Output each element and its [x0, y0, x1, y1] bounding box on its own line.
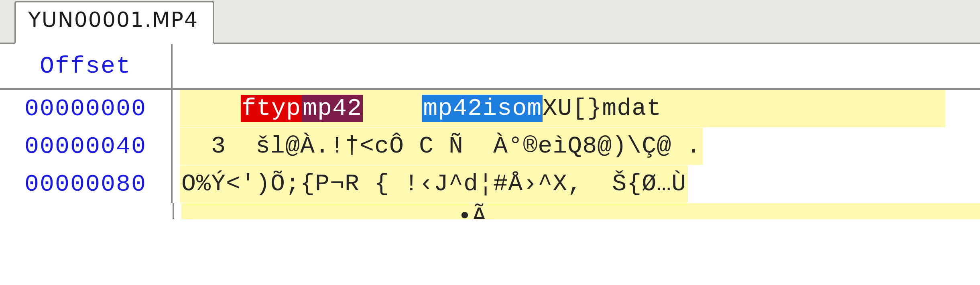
- tab-strip: YUN00001.MP4: [0, 0, 980, 44]
- column-header-row: Offset: [0, 44, 980, 90]
- tab-file[interactable]: YUN00001.MP4: [14, 1, 214, 44]
- hex-rows[interactable]: 00000000 ftypmp42 mp42isomXU[}mdat 00000…: [0, 90, 980, 203]
- next-row-text: •Ã: [181, 203, 980, 219]
- offset-cell: 00000080: [0, 165, 173, 203]
- data-cell[interactable]: 3 šl@À.!†<cÔ C Ñ À°®eìQ8@)\Ç@ .: [173, 128, 980, 165]
- atom-tag-mp42isom[interactable]: mp42isom: [422, 95, 543, 122]
- next-row-peek: •Ã: [173, 203, 980, 219]
- table-row[interactable]: 00000080O%Ý<')Õ;{P¬R { !‹J^d¦#Å›^X, Š{Ø……: [0, 165, 980, 203]
- data-text: ftypmp42 mp42isomXU[}mdat: [180, 90, 945, 127]
- data-column-header: [173, 44, 980, 88]
- data-cell[interactable]: O%Ý<')Õ;{P¬R { !‹J^d¦#Å›^X, Š{Ø…Ù: [173, 165, 980, 203]
- table-row[interactable]: 00000040 3 šl@À.!†<cÔ C Ñ À°®eìQ8@)\Ç@ .: [0, 128, 980, 165]
- data-text: O%Ý<')Õ;{P¬R { !‹J^d¦#Å›^X, Š{Ø…Ù: [180, 165, 688, 203]
- offset-cell: 00000040: [0, 128, 173, 165]
- offset-cell: 00000000: [0, 90, 173, 128]
- data-cell[interactable]: ftypmp42 mp42isomXU[}mdat: [173, 90, 980, 128]
- atom-tag-mp42[interactable]: mp42: [302, 95, 363, 122]
- data-text: 3 šl@À.!†<cÔ C Ñ À°®eìQ8@)\Ç@ .: [180, 128, 703, 165]
- offset-column-header: Offset: [0, 44, 173, 88]
- hex-viewer-window: YUN00001.MP4 Offset 00000000 ftypmp42 mp…: [0, 0, 980, 285]
- table-row[interactable]: 00000000 ftypmp42 mp42isomXU[}mdat: [0, 90, 980, 128]
- atom-tag-ftyp[interactable]: ftyp: [241, 95, 302, 122]
